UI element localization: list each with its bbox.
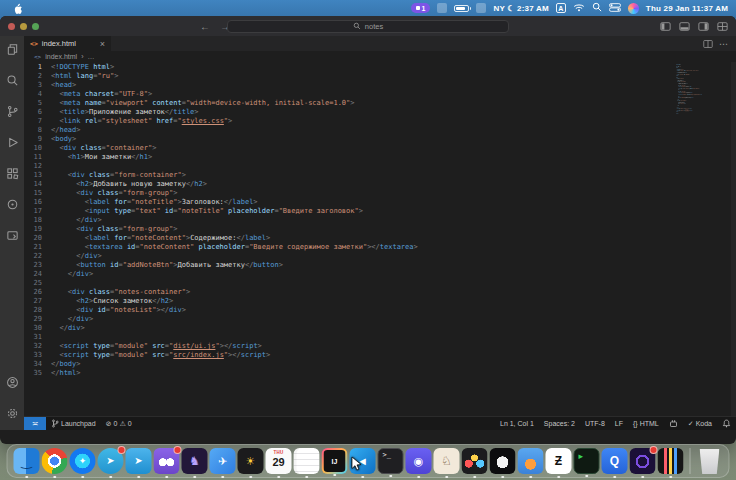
- code-line[interactable]: 7 <link rel="stylesheet" href="styles.cs…: [24, 117, 736, 126]
- code-line[interactable]: 17 <input type="text" id="noteTitle" pla…: [676, 88, 702, 90]
- dock-app-wizard[interactable]: ♞: [182, 448, 208, 474]
- remote-explorer-icon[interactable]: [6, 197, 19, 215]
- code-line[interactable]: 20 <label for="noteContent">Содержимое:<…: [24, 234, 736, 243]
- dock-app-finder[interactable]: ‿: [14, 448, 40, 474]
- code-line[interactable]: 21 <textarea id="noteContent" placeholde…: [24, 243, 736, 252]
- problems-indicator[interactable]: ⊘ 0 ⚠ 0: [101, 420, 137, 428]
- dock-app-capcut[interactable]: Ƶ: [546, 448, 572, 474]
- apple-menu-icon[interactable]: [12, 3, 23, 14]
- dock-app-sun[interactable]: ☀: [238, 448, 264, 474]
- code-line[interactable]: 33 <script type="module" src="src/index.…: [24, 351, 736, 360]
- minimize-window-button[interactable]: [20, 23, 27, 30]
- close-window-button[interactable]: [8, 23, 15, 30]
- code-line[interactable]: 18 </div>: [24, 216, 736, 225]
- code-line[interactable]: 23 <button id="addNoteBtn">Добавить заме…: [24, 261, 736, 270]
- dock-trash[interactable]: [697, 448, 723, 474]
- code-line[interactable]: 8</head>: [24, 126, 736, 135]
- code-line[interactable]: 10 <div class="container">: [24, 144, 736, 153]
- spotlight-search-icon[interactable]: [592, 2, 602, 14]
- code-line[interactable]: 29 </div>: [24, 315, 736, 324]
- dock-app-orbit[interactable]: [630, 448, 656, 474]
- code-line[interactable]: 34</body>: [24, 360, 736, 369]
- code-line[interactable]: 32 <script type="module" src="dist/ui.js…: [24, 342, 736, 351]
- input-source-indicator[interactable]: A: [556, 3, 566, 13]
- code-line[interactable]: 16 <label for="noteTitle">Заголовок:</la…: [24, 198, 736, 207]
- tab-index-html[interactable]: <> index.html ×: [24, 36, 112, 51]
- code-line[interactable]: 1<!DOCTYPE html>: [24, 63, 736, 72]
- dock-app-plane[interactable]: ➤: [126, 448, 152, 474]
- branch-indicator[interactable]: Launchpad: [46, 419, 101, 428]
- code-line[interactable]: 19 <div class="form-group">: [24, 225, 736, 234]
- dock-app-fist[interactable]: [490, 448, 516, 474]
- code-line[interactable]: 6 <title>Приложение заметок</title>: [24, 108, 736, 117]
- code-line[interactable]: 2<html lang="ru">: [24, 72, 736, 81]
- accounts-icon[interactable]: [6, 375, 19, 393]
- dock-app-mail[interactable]: ✈: [210, 448, 236, 474]
- code-line[interactable]: 31: [24, 333, 736, 342]
- code-line[interactable]: 4 <meta charset="UTF-8">: [24, 90, 736, 99]
- split-editor-icon[interactable]: [703, 39, 713, 49]
- settings-gear-icon[interactable]: [6, 406, 19, 424]
- code-line[interactable]: 21 <textarea id="noteContent" placeholde…: [676, 94, 702, 96]
- dock-app-people[interactable]: [154, 448, 180, 474]
- minimap[interactable]: 1<!DOCTYPE html>2<html lang="ru">3<head>…: [676, 64, 702, 174]
- notifications-bell-icon[interactable]: [717, 419, 736, 428]
- eol-setting[interactable]: LF: [610, 420, 628, 427]
- dock-app-reminders[interactable]: [294, 448, 320, 474]
- screen-recording-badge[interactable]: 1: [411, 3, 431, 13]
- breadcrumb[interactable]: <> index.html › …: [24, 51, 736, 62]
- extensions-icon[interactable]: [6, 166, 19, 184]
- dock-app-loom[interactable]: ◉: [406, 448, 432, 474]
- world-clock-widget[interactable]: NY ☾ 2:37 AM: [493, 4, 548, 13]
- dock-app-terminal[interactable]: >_: [378, 448, 404, 474]
- toggle-sidebar-icon[interactable]: [660, 21, 671, 32]
- encoding-setting[interactable]: UTF-8: [580, 420, 610, 427]
- customize-layout-icon[interactable]: [717, 21, 728, 32]
- code-lines[interactable]: 1<!DOCTYPE html>2<html lang="ru">3<head>…: [24, 62, 736, 378]
- code-line[interactable]: 13 <div class="form-container">: [24, 171, 736, 180]
- code-editor[interactable]: 1<!DOCTYPE html>2<html lang="ru">3<head>…: [24, 62, 736, 416]
- dock-app-davinci[interactable]: [462, 448, 488, 474]
- menu-bar-clock[interactable]: Thu 29 Jan 11:37 AM: [646, 4, 728, 13]
- code-line[interactable]: 28 <div id="notesList"></div>: [24, 306, 736, 315]
- code-line[interactable]: 35</html>: [24, 369, 736, 378]
- code-line[interactable]: 35</html>: [676, 113, 702, 115]
- dock-app-calendar[interactable]: 29THU: [266, 448, 292, 474]
- code-line[interactable]: 27 <h2>Список заметок</h2>: [24, 297, 736, 306]
- wifi-icon[interactable]: [573, 3, 585, 14]
- code-line[interactable]: 11 <h1>Мои заметки</h1>: [24, 153, 736, 162]
- indentation-setting[interactable]: Spaces: 2: [539, 420, 580, 427]
- code-line[interactable]: 17 <input type="text" id="noteTitle" pla…: [24, 207, 736, 216]
- code-line[interactable]: 3<head>: [24, 81, 736, 90]
- menu-extra-icon[interactable]: [437, 3, 447, 13]
- dock-app-telegram[interactable]: ➤: [98, 448, 124, 474]
- dock-app-safari[interactable]: ✦: [70, 448, 96, 474]
- code-line[interactable]: 25: [24, 279, 736, 288]
- dock-app-intellij[interactable]: IJ: [322, 448, 348, 474]
- dock-app-keys[interactable]: [658, 448, 684, 474]
- dock-app-greencode[interactable]: ▸: [574, 448, 600, 474]
- siri-icon[interactable]: [628, 3, 639, 14]
- nav-back-icon[interactable]: ←: [200, 21, 210, 32]
- zoom-window-button[interactable]: [32, 23, 39, 30]
- search-icon[interactable]: [6, 73, 19, 91]
- ports-icon[interactable]: [664, 419, 683, 428]
- control-center-icon[interactable]: [609, 3, 621, 14]
- code-line[interactable]: 26 <div class="notes-container">: [24, 288, 736, 297]
- breadcrumb-file[interactable]: index.html: [45, 53, 77, 60]
- code-line[interactable]: 30 </div>: [24, 324, 736, 333]
- code-line[interactable]: 14 <h2>Добавить новую заметку</h2>: [24, 180, 736, 189]
- code-line[interactable]: 22 </div>: [24, 252, 736, 261]
- toggle-secondary-sidebar-icon[interactable]: [698, 21, 709, 32]
- more-actions-icon[interactable]: ⋯: [719, 39, 728, 49]
- keyboard-brightness-icon[interactable]: [476, 3, 486, 13]
- live-preview-icon[interactable]: [6, 228, 19, 246]
- code-line[interactable]: 24 </div>: [24, 270, 736, 279]
- run-debug-icon[interactable]: [6, 135, 19, 153]
- code-line[interactable]: 9<body>: [24, 135, 736, 144]
- toggle-panel-icon[interactable]: [679, 21, 690, 32]
- explorer-icon[interactable]: [6, 42, 19, 60]
- editor-scrollbar[interactable]: [731, 62, 736, 416]
- window-title-bar[interactable]: ← → notes: [0, 16, 736, 36]
- code-line[interactable]: 5 <meta name="viewport" content="width=d…: [24, 99, 736, 108]
